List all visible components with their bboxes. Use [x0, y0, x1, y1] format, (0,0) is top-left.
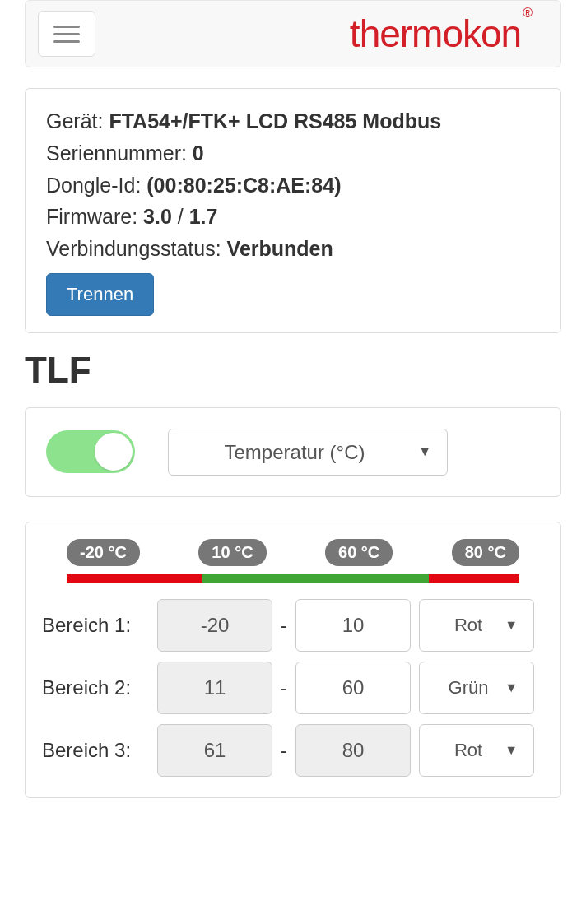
connection-status: Verbunden — [227, 237, 333, 260]
range-1-label: Bereich 1: — [42, 614, 149, 637]
color-segment-1 — [67, 574, 202, 583]
range-2-label: Bereich 2: — [42, 676, 149, 699]
range-2-color[interactable]: Grün — [419, 662, 534, 714]
range-1-max[interactable] — [295, 599, 411, 652]
connection-line: Verbindungsstatus: Verbunden — [46, 233, 540, 265]
range-row-2: Bereich 2: - Grün ▼ — [42, 662, 544, 714]
tlf-range-panel: -20 °C 10 °C 60 °C 80 °C Bereich 1: - Ro… — [25, 522, 561, 798]
color-segment-3 — [429, 574, 519, 583]
range-3-max — [295, 724, 411, 777]
section-title: TLF — [25, 350, 561, 391]
disconnect-button[interactable]: Trennen — [46, 273, 154, 316]
firmware-secondary: 1.7 — [189, 205, 218, 228]
badge-2: 60 °C — [325, 539, 393, 566]
badge-1: 10 °C — [198, 539, 266, 566]
range-3-color[interactable]: Rot — [419, 724, 534, 777]
tlf-control-panel: Temperatur (°C) ▼ — [25, 407, 561, 497]
range-color-bar — [67, 574, 519, 583]
range-3-label: Bereich 3: — [42, 739, 149, 762]
measurement-select-wrap: Temperatur (°C) ▼ — [168, 429, 448, 476]
color-segment-2 — [202, 574, 429, 583]
serial-number: 0 — [193, 142, 204, 165]
range-row-3: Bereich 3: - Rot ▼ — [42, 724, 544, 777]
dongle-line: Dongle-Id: (00:80:25:C8:AE:84) — [46, 169, 540, 202]
firmware-primary: 3.0 — [143, 205, 172, 228]
firmware-line: Firmware: 3.0 / 1.7 — [46, 201, 540, 233]
registered-icon: ® — [523, 7, 532, 20]
toggle-knob-icon — [95, 433, 133, 471]
device-name: FTA54+/FTK+ LCD RS485 Modbus — [109, 109, 441, 132]
measurement-select[interactable]: Temperatur (°C) — [168, 429, 448, 476]
hamburger-icon — [53, 26, 80, 28]
serial-line: Seriennummer: 0 — [46, 137, 540, 169]
badge-3: 80 °C — [452, 539, 519, 566]
device-info-panel: Gerät: FTA54+/FTK+ LCD RS485 Modbus Seri… — [25, 88, 561, 333]
device-line: Gerät: FTA54+/FTK+ LCD RS485 Modbus — [46, 105, 540, 137]
range-row-1: Bereich 1: - Rot ▼ — [42, 599, 544, 652]
threshold-badges: -20 °C 10 °C 60 °C 80 °C — [67, 539, 519, 566]
logo-text: thermokon — [350, 15, 521, 53]
range-2-min — [157, 662, 272, 714]
tlf-toggle[interactable] — [46, 430, 135, 473]
dongle-id: (00:80:25:C8:AE:84) — [146, 174, 341, 197]
range-1-color[interactable]: Rot — [419, 599, 534, 652]
menu-toggle[interactable] — [38, 11, 95, 57]
range-1-min — [157, 599, 272, 652]
range-3-min — [157, 724, 272, 777]
navbar: thermokon® — [25, 0, 561, 67]
range-2-max[interactable] — [295, 662, 411, 714]
brand-logo: thermokon® — [350, 15, 548, 53]
badge-0: -20 °C — [67, 539, 140, 566]
